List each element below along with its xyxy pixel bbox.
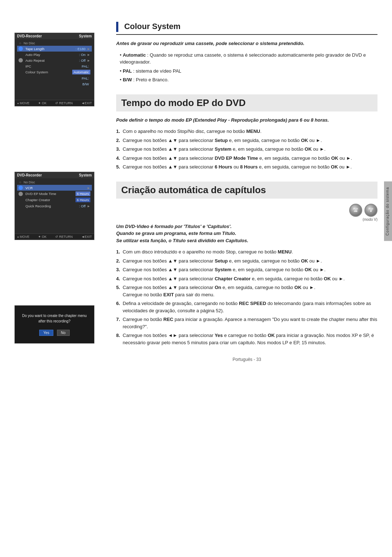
bullet-bw: • B/W : Preto e Branco. xyxy=(120,76,377,84)
dvd-row-ipc: IPC PAL: xyxy=(17,63,92,69)
ep-mode-steps: 1. Com o aparelho no modo Stop/No disc, … xyxy=(116,128,377,171)
colour-system-bullets: • Automatic : Quando se reproduz uma cas… xyxy=(120,52,377,84)
dvd-disc-icons: DVDRW DVDR xyxy=(349,204,377,217)
colour-system-intro: Antes de gravar ou reproduzir uma casset… xyxy=(116,40,377,47)
chapter-creator-intro: Um DVD-Video é formado por 'Títulos' e '… xyxy=(116,223,377,244)
left-column: DVD-Recorder System ○ No Disc Tape Lengt… xyxy=(0,15,109,542)
dvd-row-ep-mode: DVD EP Mode Time 6 Hours xyxy=(17,191,92,197)
chapter-creator-steps: 1. Com um disco introduzido e o aparelho… xyxy=(116,248,377,346)
modo-v-label: (modo V) xyxy=(363,217,377,221)
bullet-pal: • PAL : sistema de vídeo PAL xyxy=(120,68,377,75)
chapter-step-2: 2. Carregue nos botões ▲▼ para seleccion… xyxy=(116,257,377,265)
bullet-automatic: • Automatic : Quando se reproduz uma cas… xyxy=(120,52,377,66)
chapter-creator-section: Criação automática de capítulos DVDRW DV… xyxy=(116,182,377,346)
dvd-row-bw: B/W xyxy=(17,81,92,87)
ep-step-1: 1. Com o aparelho no modo Stop/No disc, … xyxy=(116,128,377,135)
dvd-row-chapter-creator: Chapter Creator 6 Hours xyxy=(17,197,92,203)
setup-icon-2 xyxy=(19,192,23,196)
dvd-r-icon: DVDR xyxy=(364,204,377,217)
setup-icon-1 xyxy=(19,58,23,62)
no-disc-2: No Disc xyxy=(24,180,35,184)
dvd-system-label-2: System xyxy=(79,173,92,177)
dvd-footer-2: ⬧ MOVE ✦ OK ↺ RETURN ◄EXIT xyxy=(15,233,94,240)
page-container: DVD-Recorder System ○ No Disc Tape Lengt… xyxy=(0,0,392,557)
dvd-screen-1: DVD-Recorder System ○ No Disc Tape Lengt… xyxy=(15,33,94,106)
dialog-text: Do you want to create the chapter menu a… xyxy=(20,313,89,324)
chapter-step-4: 4. Carregue nos botões ▲▼ para seleccion… xyxy=(116,275,377,282)
blue-bar-1 xyxy=(116,22,118,32)
dvd-row-pal: PAL: xyxy=(17,75,92,81)
dvd-title-1: DVD-Recorder xyxy=(17,34,42,38)
dvd-system-label-1: System xyxy=(79,34,92,38)
chapter-step-5: 5. Carregue nos botões ▲▼ para seleccion… xyxy=(116,284,377,298)
dvd-row-tape-length: Tape Length : E180 ► xyxy=(17,46,92,52)
right-column: Colour System Antes de gravar ou reprodu… xyxy=(109,15,392,542)
colour-system-section: Colour System Antes de gravar ou reprodu… xyxy=(116,22,377,84)
chapter-step-1: 1. Com um disco introduzido e o aparelho… xyxy=(116,248,377,256)
dialog-no-button[interactable]: No xyxy=(57,330,70,336)
vertical-tab: Configuração do sistema xyxy=(384,182,392,241)
dvd-row-empty-5 xyxy=(17,220,92,226)
dvd-title-2: DVD-Recorder xyxy=(17,173,42,177)
ep-step-3: 3. Carregue nos botões ▲▼ para seleccion… xyxy=(116,146,377,153)
dvd-row-auto-repeat: Auto Repeat : Off ► xyxy=(17,57,92,63)
ep-step-5: 5. Carregue nos botões ▲▼ para seleccion… xyxy=(116,163,377,171)
dvd-row-colour-system: Colour System Automatic xyxy=(17,69,92,75)
dvd-screen-2: DVD-Recorder System ○ No Disc VCR ► xyxy=(15,172,94,240)
programme-icon-2 xyxy=(19,186,23,190)
dvd-row-empty-1 xyxy=(17,87,92,93)
no-disc-1: No Disc xyxy=(24,41,35,45)
dvd-row-empty-4 xyxy=(17,215,92,220)
dvd-icons-area: DVDRW DVDR (modo V) xyxy=(116,204,377,221)
chapter-step-6: 6. Defina a velocidade de gravação, carr… xyxy=(116,300,377,314)
dvd-rw-icon: DVDRW xyxy=(349,204,362,217)
programme-icon-1 xyxy=(19,46,23,51)
dvd-row-vcr: VCR ► xyxy=(17,185,92,191)
ep-mode-heading: Tempo do modo EP do DVD xyxy=(116,94,377,111)
ep-step-2: 2. Carregue nos botões ▲▼ para seleccion… xyxy=(116,137,377,144)
chapter-step-3: 3. Carregue nos botões ▲▼ para seleccion… xyxy=(116,266,377,273)
ep-step-4: 4. Carregue nos botões ▲▼ para seleccion… xyxy=(116,155,377,162)
dvd-row-empty-2 xyxy=(17,93,92,98)
dvd-row-empty-3 xyxy=(17,209,92,215)
page-number: Português - 33 xyxy=(116,357,377,362)
chapter-step-8: 8. Carregue nos botões ◄► para seleccion… xyxy=(116,332,377,346)
dvd-row-auto-play: Auto Play : On ► xyxy=(17,52,92,57)
dialog-yes-button[interactable]: Yes xyxy=(39,330,53,336)
dialog-buttons: Yes No xyxy=(20,330,89,336)
ep-mode-intro: Pode definir o tempo do modo EP (Extende… xyxy=(116,117,377,124)
dvd-row-empty-6 xyxy=(17,226,92,232)
dvd-row-quick-rec: Quick Recording : Off ► xyxy=(17,203,92,209)
chapter-step-7: 7. Carregue no botão REC para iniciar a … xyxy=(116,316,377,330)
chapter-creator-heading: Criação automática de capítulos xyxy=(116,182,377,199)
dvd-screen-3: Do you want to create the chapter menu a… xyxy=(15,305,94,343)
colour-system-heading: Colour System xyxy=(116,22,377,35)
ep-mode-section: Tempo do modo EP do DVD Pode definir o t… xyxy=(116,94,377,171)
dvd-footer-1: ⬧ MOVE ✦ OK ↺ RETURN ◄EXIT xyxy=(15,100,94,106)
